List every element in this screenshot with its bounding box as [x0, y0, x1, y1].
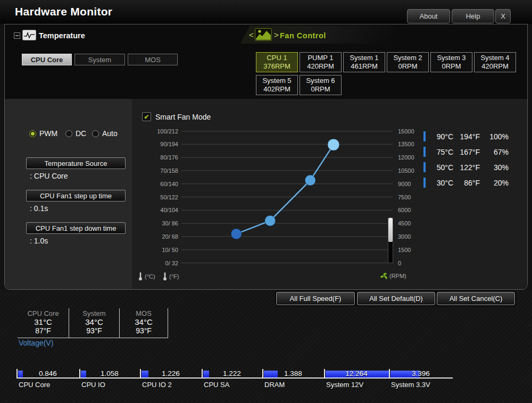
legend-row: 30°C 86°F 20% — [423, 175, 514, 190]
fan-rpm: 0RPM — [398, 62, 417, 71]
close-button[interactable]: X — [495, 9, 511, 23]
fan-name: System 6 — [306, 77, 335, 85]
all-set-default-button[interactable]: All Set Default(D) — [357, 292, 435, 305]
fan-control-icon[interactable] — [255, 28, 272, 41]
prev-section-arrow[interactable]: < — [249, 30, 254, 39]
temperature-icon — [22, 30, 36, 40]
fan-curve-chart[interactable] — [181, 131, 393, 263]
fan-curve-legend: 90°C 194°F 100% 75°C 167°F 67% 50°C 122°… — [423, 129, 514, 190]
readout-name: MOS — [120, 309, 168, 317]
fan-system4-button[interactable]: System 4 420RPM — [474, 52, 516, 72]
smart-fan-mode-toggle[interactable]: ✔ Smart Fan Mode — [142, 112, 211, 121]
voltage-cpu-sa: 1.222 CPU SA — [202, 369, 262, 390]
voltage-value: 1.388 — [262, 369, 324, 379]
fan-rpm: 420RPM — [307, 62, 334, 71]
fan-rpm: 420RPM — [481, 62, 509, 71]
legend-row: 90°C 194°F 100% — [423, 129, 514, 144]
fan-system1-button[interactable]: System 1 461RPM — [343, 52, 385, 72]
voltage-label: CPU SA — [202, 381, 262, 389]
fan-name: System 3 — [437, 54, 466, 62]
fan-system3-button[interactable]: System 3 0RPM — [430, 52, 472, 72]
voltage-cpu-io: 1.058 CPU IO — [79, 369, 140, 390]
about-button[interactable]: About — [407, 9, 450, 23]
step-down-time-button[interactable]: CPU Fan1 step down time — [26, 222, 126, 234]
app-title: Hardware Monitor — [15, 5, 112, 18]
voltage-value: 1.226 — [140, 369, 202, 379]
fan-pump1-button[interactable]: PUMP 1 420RPM — [300, 52, 342, 72]
legend-temp-f: 167°F — [453, 148, 480, 156]
legend-marker — [423, 178, 426, 188]
fan-name: PUMP 1 — [307, 54, 333, 62]
titlebar: Hardware Monitor About Help X — [0, 0, 532, 24]
fan-rpm: 461RPM — [351, 62, 378, 71]
fan-name: System 4 — [480, 54, 509, 62]
tab-cpu-core[interactable]: CPU Core — [22, 54, 72, 65]
all-full-speed-button[interactable]: All Full Speed(F) — [276, 292, 355, 305]
voltage-value: 1.222 — [202, 369, 262, 379]
readout-cpu-core: CPU Core 31°C 87°F — [18, 308, 69, 338]
voltage-cpu-io2: 1.226 CPU IO 2 — [140, 369, 202, 390]
radio-circle-icon — [92, 130, 99, 137]
fan-rpm: 0RPM — [311, 85, 330, 94]
thermometer-icon — [138, 272, 143, 281]
temperature-axis-labels: 100/21290/19480/17670/15860/14050/12240/… — [131, 131, 178, 263]
chart-scrollbar[interactable] — [388, 217, 393, 263]
radio-auto[interactable]: Auto — [92, 129, 118, 138]
voltage-system-3v3: 3.396 System 3.3V — [389, 369, 453, 390]
legend-temp-c: 90°C — [430, 132, 453, 141]
legend-temp-c: 75°C — [430, 148, 453, 156]
rpm-unit: (RPM) — [380, 272, 406, 280]
tab-mos[interactable]: MOS — [128, 54, 178, 65]
fan-name: System 2 — [393, 54, 422, 62]
collapse-icon[interactable] — [14, 32, 20, 39]
legend-percent: 30% — [480, 163, 509, 172]
voltage-label: System 12V — [324, 381, 389, 389]
thermometer-icon — [162, 272, 168, 281]
legend-marker — [423, 162, 426, 172]
radio-label: DC — [76, 129, 86, 138]
legend-temp-f: 122°F — [453, 163, 480, 172]
readout-fahrenheit: 93°F — [120, 326, 168, 335]
help-button[interactable]: Help — [452, 9, 494, 23]
readout-system: System 34°C 93°F — [69, 308, 120, 338]
voltage-readouts: 0.846 CPU Core 1.058 CPU IO 1.226 CPU IO… — [16, 369, 453, 390]
smart-fan-label: Smart Fan Mode — [155, 113, 211, 121]
step-down-time-value: : 1.0s — [30, 237, 48, 245]
readout-celsius: 31°C — [18, 317, 69, 326]
voltage-section-label: Voltage(V) — [19, 339, 53, 347]
fan-system6-button[interactable]: System 6 0RPM — [300, 75, 342, 95]
fan-rpm: 402RPM — [263, 85, 290, 94]
step-up-time-button[interactable]: CPU Fan1 step up time — [26, 190, 126, 202]
temperature-source-button[interactable]: Temperature Source — [26, 157, 126, 169]
voltage-label: CPU IO — [79, 381, 140, 389]
legend-marker — [423, 131, 426, 141]
next-section-arrow[interactable]: > — [274, 30, 279, 39]
fan-system5-button[interactable]: System 5 402RPM — [256, 75, 298, 95]
all-set-cancel-button[interactable]: All Set Cancel(C) — [437, 292, 515, 305]
rpm-axis-labels: 1500013500120001050090007500600045003000… — [398, 131, 423, 263]
radio-pwm[interactable]: PWM — [29, 129, 57, 138]
celsius-unit: (°C) — [138, 272, 155, 281]
fan-system2-button[interactable]: System 2 0RPM — [387, 52, 429, 72]
legend-row: 50°C 122°F 30% — [423, 159, 514, 175]
hardware-monitor-screen: Hardware Monitor About Help X Temperatur… — [0, 0, 532, 403]
fan-cpu1-button[interactable]: CPU 1 376RPM — [256, 52, 298, 72]
readout-celsius: 34°C — [69, 317, 119, 326]
monitor-panel: Temperature < > Fan Control CPU Core Sys… — [4, 24, 528, 290]
voltage-value: 3.396 — [389, 369, 453, 379]
step-up-time-value: : 0.1s — [30, 204, 48, 213]
scrollbar-thumb[interactable] — [388, 218, 393, 242]
tab-system[interactable]: System — [74, 54, 125, 65]
smart-fan-checkbox[interactable]: ✔ — [142, 112, 151, 121]
voltage-value: 0.846 — [16, 369, 79, 379]
radio-circle-icon — [65, 130, 72, 137]
readout-celsius: 34°C — [120, 317, 168, 326]
fan-section-title: Fan Control — [280, 31, 326, 40]
radio-dc[interactable]: DC — [65, 129, 86, 138]
temperature-source-value: : CPU Core — [30, 172, 68, 180]
temperature-section-title: Temperature — [39, 31, 85, 40]
rpm-unit-label: (RPM) — [389, 273, 406, 279]
fan-rpm: 0RPM — [442, 62, 461, 71]
celsius-unit-label: (°C) — [145, 273, 155, 280]
readout-fahrenheit: 93°F — [69, 326, 119, 335]
